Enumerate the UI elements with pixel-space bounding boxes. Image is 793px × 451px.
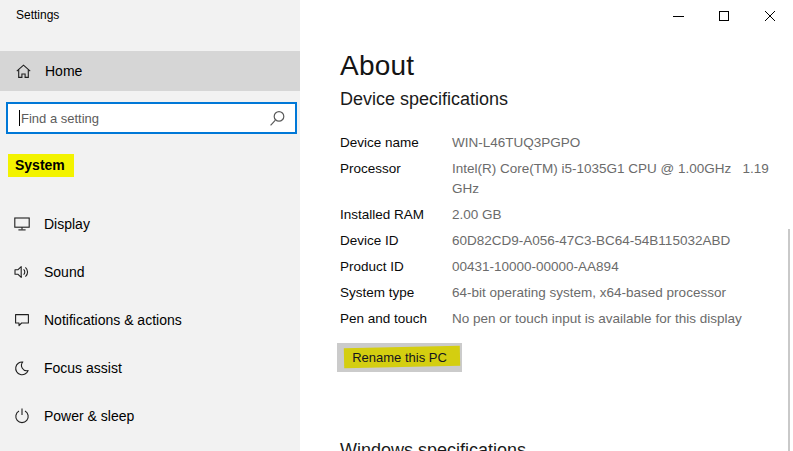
spec-value: 60D82CD9-A056-47C3-BC64-54B115032ABD (452, 231, 793, 251)
text-caret (19, 110, 20, 126)
close-icon (764, 10, 776, 22)
spec-value: No pen or touch input is available for t… (452, 309, 793, 329)
minimize-icon (673, 16, 684, 17)
spec-row-pen-and-touch: Pen and touch No pen or touch input is a… (340, 309, 793, 329)
sidebar-item-power-sleep[interactable]: Power & sleep (0, 392, 300, 440)
sidebar-item-display[interactable]: Display (0, 200, 300, 248)
power-icon (13, 407, 31, 425)
rename-button-label: Rename this PC (352, 350, 447, 365)
spec-label: Pen and touch (340, 309, 452, 329)
sidebar-item-notifications[interactable]: Notifications & actions (0, 296, 300, 344)
page-title: About (340, 49, 414, 83)
search-input[interactable] (8, 104, 295, 132)
spec-label: Product ID (340, 257, 452, 277)
window-title: Settings (16, 8, 59, 22)
device-specs-list: Device name WIN-L46TUQ3PGPO Processor In… (340, 133, 793, 335)
spec-row-product-id: Product ID 00431-10000-00000-AA894 (340, 257, 793, 277)
spec-row-device-id: Device ID 60D82CD9-A056-47C3-BC64-54B115… (340, 231, 793, 251)
sidebar: Settings Home System (0, 0, 300, 451)
sidebar-item-focus-assist[interactable]: Focus assist (0, 344, 300, 392)
search-box (6, 102, 297, 134)
spec-label: Device name (340, 133, 452, 153)
window-controls (655, 0, 793, 32)
home-label: Home (45, 63, 82, 79)
focus-assist-icon (13, 359, 31, 377)
spec-label: Installed RAM (340, 205, 452, 225)
device-specifications-title: Device specifications (340, 87, 508, 111)
sidebar-nav: Display Sound Notificati (0, 200, 300, 440)
sidebar-item-home[interactable]: Home (0, 51, 300, 91)
maximize-icon (719, 11, 729, 21)
spec-value: Intel(R) Core(TM) i5-1035G1 CPU @ 1.00GH… (452, 159, 793, 199)
spec-value: 2.00 GB (452, 205, 793, 225)
spec-value: 64-bit operating system, x64-based proce… (452, 283, 793, 303)
spec-row-device-name: Device name WIN-L46TUQ3PGPO (340, 133, 793, 153)
minimize-button[interactable] (655, 0, 701, 32)
nav-label: Notifications & actions (44, 312, 182, 328)
spec-row-installed-ram: Installed RAM 2.00 GB (340, 205, 793, 225)
spec-label: Processor (340, 159, 452, 199)
spec-row-processor: Processor Intel(R) Core(TM) i5-1035G1 CP… (340, 159, 793, 199)
spec-label: Device ID (340, 231, 452, 251)
system-section-label: System (8, 154, 74, 177)
spec-value: 00431-10000-00000-AA894 (452, 257, 793, 277)
spec-row-system-type: System type 64-bit operating system, x64… (340, 283, 793, 303)
home-icon (14, 62, 32, 80)
close-button[interactable] (747, 0, 793, 32)
search-icon[interactable] (268, 109, 287, 128)
maximize-button[interactable] (701, 0, 747, 32)
spec-label: System type (340, 283, 452, 303)
spec-value: WIN-L46TUQ3PGPO (452, 133, 793, 153)
windows-specifications-title: Windows specifications (340, 438, 526, 451)
vertical-scrollbar[interactable] (788, 229, 790, 451)
main-content: About Device specifications Device name … (300, 0, 793, 451)
nav-label: Sound (44, 264, 84, 280)
sidebar-item-sound[interactable]: Sound (0, 248, 300, 296)
nav-label: Focus assist (44, 360, 122, 376)
notifications-icon (13, 311, 31, 329)
nav-label: Power & sleep (44, 408, 134, 424)
display-icon (13, 215, 31, 233)
rename-this-pc-button[interactable]: Rename this PC (337, 343, 462, 372)
sound-icon (13, 263, 31, 281)
nav-label: Display (44, 216, 90, 232)
